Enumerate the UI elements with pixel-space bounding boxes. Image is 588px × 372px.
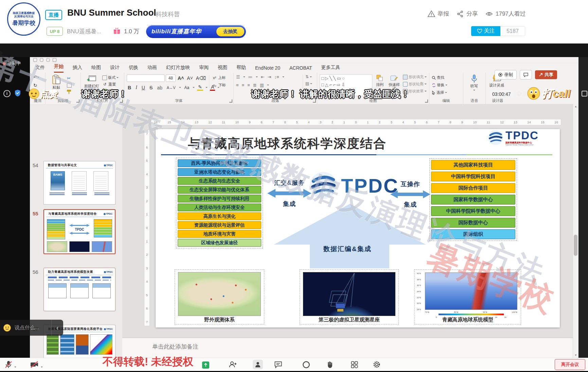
shape-outline-button[interactable]: 形状轮廓 <box>403 82 427 87</box>
tab-view[interactable]: 视图 <box>218 65 227 73</box>
data-sources-stack[interactable]: 其他国家科技项目中国科学院科技项目国际合作项目国家科学数据中心中国科学院科学数据… <box>429 158 517 241</box>
replace-button[interactable]: 替换 <box>432 83 447 88</box>
shield-icon[interactable] <box>14 89 21 97</box>
text-direction-icon[interactable]: ⇅ <box>305 74 312 79</box>
change-case-icon[interactable]: Aa <box>183 85 191 90</box>
character-spacing-icon[interactable]: A↔V <box>166 86 177 90</box>
scroll-down-icon[interactable]: ▼ <box>574 354 577 357</box>
report-button[interactable]: 举报 <box>428 10 449 18</box>
comments-button[interactable] <box>520 70 532 79</box>
superscript-button[interactable]: x²上标 <box>212 75 226 80</box>
member-panel-button-active[interactable] <box>253 360 263 369</box>
layout-button[interactable]: 版式 <box>102 75 119 80</box>
tab-transitions[interactable]: 切换 <box>129 65 138 73</box>
lottery-button[interactable]: 去抽奖 <box>216 27 244 36</box>
chat-input-overlay[interactable]: 说点什么... ‹ <box>0 320 63 336</box>
raise-hand-button[interactable] <box>325 360 334 369</box>
scroll-up-icon[interactable]: ▲ <box>574 105 577 108</box>
thumbnail-item-56[interactable]: 56 助力青藏高原地球系统模型发展TPDC <box>30 268 122 312</box>
channel-avatar[interactable]: 陆表卫星遥感数据 反演理论与方法 暑期学校 <box>7 2 40 36</box>
thumbnail-preview[interactable]: 助力青藏高原地球系统模型发展TPDC <box>43 268 115 311</box>
danmaku-settings-icon[interactable] <box>582 91 587 96</box>
leave-meeting-button[interactable]: 离开会议 <box>555 359 585 370</box>
reset-button[interactable]: ↺重置 <box>102 82 119 87</box>
dacall-sticker[interactable]: 打call <box>542 87 570 101</box>
info-icon[interactable]: i <box>3 90 11 97</box>
thumbnail-item-55-current[interactable]: 55 与青藏高原地球系统科学深度结合TPDC TPDC <box>30 209 122 254</box>
find-button[interactable]: 查找 <box>432 75 447 80</box>
scrollbar-thumb[interactable] <box>574 235 577 256</box>
tab-animations[interactable]: 动画 <box>147 65 157 73</box>
font-name-combobox[interactable] <box>127 74 165 82</box>
thumbnail-item-54[interactable]: 54 数据管理与共享论文TPDC BAMS <box>30 161 122 205</box>
uploader-name[interactable]: BNU遥感暑... <box>67 28 101 35</box>
chat-input[interactable]: 说点什么... <box>15 324 51 331</box>
thumbnail-preview-selected[interactable]: 与青藏高原地球系统科学深度结合TPDC TPDC <box>43 209 115 254</box>
big-up-arrow[interactable] <box>274 204 426 268</box>
mic-options-caret[interactable] <box>14 367 16 369</box>
chat-collapse-button[interactable]: ‹ <box>51 320 63 336</box>
tab-insert[interactable]: 插入 <box>73 65 82 73</box>
gift-icon[interactable] <box>113 26 121 35</box>
format-painter-icon[interactable] <box>67 90 71 94</box>
bold-icon[interactable]: B <box>127 85 132 90</box>
font-size-combobox[interactable]: 48 <box>166 74 176 82</box>
screen-share-button[interactable] <box>201 360 210 369</box>
highlight-icon[interactable]: ✎ <box>197 84 203 91</box>
bullets-icon[interactable]: ☰ <box>236 74 240 79</box>
align-center-icon[interactable]: ≡ <box>242 83 245 88</box>
align-text-icon[interactable]: ▤ <box>305 81 312 86</box>
italic-icon[interactable]: I <box>135 85 138 90</box>
field-observation-image[interactable]: 野外观测体系 <box>175 269 264 324</box>
slide-title[interactable]: 与青藏高原地球系统科学深度结合 <box>188 135 387 152</box>
increase-indent-icon[interactable]: ⇥ <box>268 74 271 79</box>
redo-icon[interactable]: ↻ <box>32 83 40 88</box>
record-button[interactable]: 录制 <box>495 70 517 79</box>
undo-icon[interactable]: ↶ <box>32 74 40 80</box>
autosave-icon[interactable] <box>33 58 37 62</box>
camera-options-caret[interactable] <box>41 367 43 369</box>
share-button[interactable]: 共享 <box>535 70 557 79</box>
redo-qat-icon[interactable] <box>53 58 56 62</box>
select-button[interactable]: 选择 <box>432 90 447 95</box>
clear-format-icon[interactable]: A⌫ <box>195 75 207 81</box>
vertical-scrollbar[interactable]: ▲ ▼ <box>573 104 578 358</box>
grow-font-icon[interactable]: A˄ <box>177 75 185 81</box>
dictate-button[interactable]: 听写 <box>466 74 483 92</box>
align-left-icon[interactable]: ≡ <box>236 83 239 88</box>
tab-endnote[interactable]: EndNote 20 <box>255 65 280 73</box>
tpdc-center-logo[interactable]: TPDC <box>309 171 399 200</box>
chat-panel-button[interactable] <box>274 360 283 369</box>
tab-review[interactable]: 审阅 <box>199 65 209 73</box>
emoji-smiley-icon[interactable] <box>3 324 11 332</box>
cut-icon[interactable]: ✂ <box>67 76 72 81</box>
tab-file[interactable]: 文件 <box>35 65 45 73</box>
settings-button[interactable] <box>372 360 381 369</box>
underline-icon[interactable]: U <box>141 85 146 90</box>
decrease-indent-icon[interactable]: ⇤ <box>261 74 265 79</box>
subscript-button[interactable]: x₂下标 <box>212 83 226 88</box>
align-right-icon[interactable]: ≡ <box>247 83 250 88</box>
tab-draw[interactable]: 绘图 <box>91 65 101 73</box>
line-spacing-icon[interactable]: ↕≡ <box>274 74 279 79</box>
tab-help[interactable]: 帮助 <box>236 65 246 73</box>
like-sticker[interactable]: 点赞 <box>40 88 58 100</box>
tab-design[interactable]: 设计 <box>110 65 120 73</box>
tab-slideshow[interactable]: 幻灯片放映 <box>166 65 190 73</box>
shape-fill-button[interactable]: 形状填充 <box>403 74 427 79</box>
camera-button[interactable] <box>30 360 39 369</box>
tab-home[interactable]: 开始 <box>54 64 64 73</box>
share-stream-button[interactable]: 分享 <box>457 10 478 18</box>
follow-button[interactable]: 关注 <box>471 26 500 36</box>
stream-category[interactable]: 科技科普 <box>156 10 180 18</box>
record-meeting-button[interactable] <box>302 360 310 369</box>
tab-acrobat[interactable]: ACROBAT <box>289 65 312 73</box>
event-banner[interactable]: bilibili直播嘉年华 去抽奖 <box>146 25 246 38</box>
shrink-font-icon[interactable]: A˅ <box>186 75 194 81</box>
justify-icon[interactable]: ≣ <box>253 83 257 88</box>
undo-qat-icon[interactable] <box>46 58 50 62</box>
virtual-constellation-image[interactable]: 第三极的虚拟卫星观测星座 <box>300 269 399 324</box>
copy-icon[interactable] <box>67 83 72 88</box>
numbering-icon[interactable]: ≔ <box>248 74 253 79</box>
columns-icon[interactable]: ▥ <box>260 83 264 88</box>
